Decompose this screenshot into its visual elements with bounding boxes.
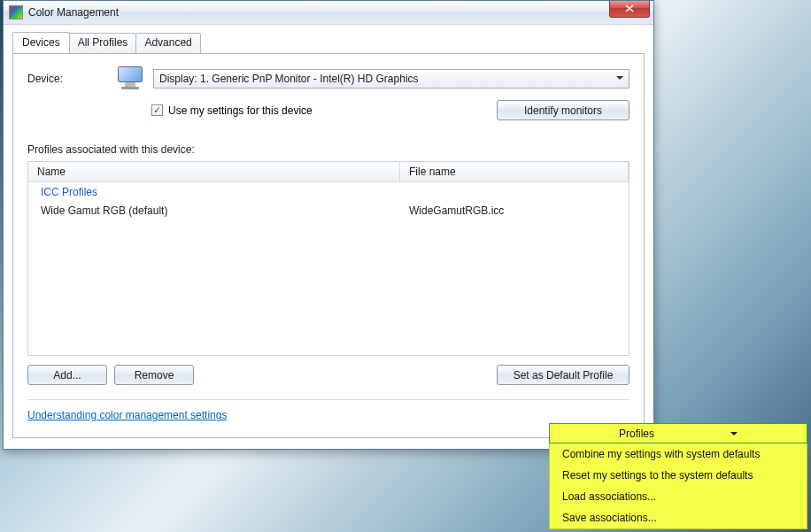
device-options-row: ✓ Use my settings for this device Identi…: [151, 100, 629, 120]
grid-body: ICC Profiles Wide Gamut RGB (default) Wi…: [28, 182, 629, 220]
set-default-profile-button[interactable]: Set as Default Profile: [497, 365, 629, 385]
panel-footer: Understanding color management settings: [27, 409, 629, 421]
profiles-button[interactable]: Profiles: [549, 423, 807, 443]
menu-reset-defaults[interactable]: Reset my settings to the system defaults: [550, 465, 807, 486]
color-management-window: Color Management Devices All Profiles Ad…: [3, 0, 654, 450]
profile-name-cell: Wide Gamut RGB (default): [28, 204, 400, 217]
use-my-settings-checkbox[interactable]: ✓ Use my settings for this device: [151, 104, 313, 117]
tab-devices[interactable]: Devices: [12, 32, 70, 53]
menu-combine-defaults[interactable]: Combine my settings with system defaults: [550, 443, 807, 465]
device-selected-text: Display: 1. Generic PnP Monitor - Intel(…: [159, 73, 419, 85]
menu-save-associations[interactable]: Save associations...: [550, 507, 807, 528]
tab-all-profiles[interactable]: All Profiles: [69, 33, 137, 54]
chevron-down-icon: [616, 76, 623, 83]
profile-file-cell: WideGamutRGB.icc: [400, 204, 629, 217]
app-icon: [9, 5, 23, 19]
titlebar[interactable]: Color Management: [4, 1, 653, 25]
understanding-link[interactable]: Understanding color management settings: [27, 409, 227, 421]
column-name[interactable]: Name: [28, 162, 400, 181]
column-file[interactable]: File name: [400, 162, 629, 181]
identify-monitors-button[interactable]: Identify monitors: [497, 100, 629, 120]
client-area: Devices All Profiles Advanced Device: Di…: [4, 25, 653, 449]
close-icon: [625, 4, 634, 12]
divider: [27, 399, 629, 400]
profiles-section-label: Profiles associated with this device:: [27, 143, 629, 156]
profile-category: ICC Profiles: [28, 182, 629, 202]
device-dropdown[interactable]: Display: 1. Generic PnP Monitor - Intel(…: [153, 69, 629, 89]
table-row[interactable]: Wide Gamut RGB (default) WideGamutRGB.ic…: [28, 202, 629, 220]
device-row: Device: Display: 1. Generic PnP Monitor …: [27, 66, 629, 91]
devices-panel: Device: Display: 1. Generic PnP Monitor …: [12, 53, 645, 438]
window-title: Color Management: [28, 6, 119, 19]
monitor-icon: [116, 66, 144, 91]
profiles-menu: Combine my settings with system defaults…: [549, 443, 807, 529]
profiles-button-label: Profiles: [619, 428, 654, 440]
checkbox-label: Use my settings for this device: [168, 104, 313, 117]
profiles-grid[interactable]: Name File name ICC Profiles Wide Gamut R…: [27, 161, 629, 356]
remove-button[interactable]: Remove: [114, 365, 194, 385]
grid-header: Name File name: [28, 162, 629, 182]
checkmark-icon: ✓: [151, 104, 163, 116]
tab-advanced[interactable]: Advanced: [135, 33, 200, 54]
profiles-dropdown-wrap: Profiles Combine my settings with system…: [549, 423, 807, 529]
add-button[interactable]: Add...: [27, 365, 107, 385]
menu-load-associations[interactable]: Load associations...: [550, 486, 807, 507]
tab-strip: Devices All Profiles Advanced: [12, 33, 645, 54]
device-label: Device:: [27, 73, 107, 85]
chevron-down-icon: [730, 432, 738, 439]
profile-buttons-row: Add... Remove Set as Default Profile: [27, 365, 629, 385]
close-button[interactable]: [609, 1, 650, 18]
